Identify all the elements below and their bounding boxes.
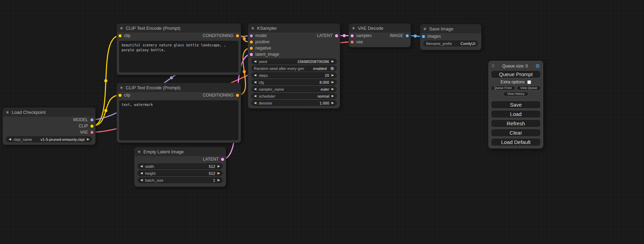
toggle-dot-icon[interactable] [330,67,334,70]
prev-value-arrow-icon[interactable]: ◀ [9,138,11,141]
slot-row: latent_image [248,51,340,57]
widget-ckpt-name[interactable]: ◀ ckpt_name v1-5-pruned-emaonly.ckpt ▶ [6,136,92,142]
node-clip-text-encode-negative[interactable]: CLIP Text Encode (Prompt) clip CONDITION… [117,83,241,143]
collapse-dot-icon[interactable] [423,27,426,30]
prev-value-arrow-icon[interactable]: ◀ [254,88,256,91]
widget-value: 1 [213,178,215,182]
input-slot-dot-model[interactable] [250,34,253,37]
output-slot-dot-vae[interactable] [90,131,94,134]
widget-scheduler[interactable]: ◀ scheduler normal ▶ [251,93,337,99]
node-title-bar[interactable]: KSampler [248,24,340,33]
widget-batch-size[interactable]: ◀ batch_size 1 ▶ [138,177,223,183]
decrement-arrow-icon[interactable]: ◀ [254,101,256,105]
node-save-image[interactable]: Save Image images filename_prefix ComfyU… [420,24,481,50]
output-slot-dot-latent[interactable] [221,158,224,161]
input-slot-dot-clip[interactable] [118,94,122,97]
decrement-arrow-icon[interactable]: ◀ [140,179,143,182]
widget-filename-prefix[interactable]: filename_prefix ComfyUI [423,40,478,46]
widget-sampler-name[interactable]: ◀ sampler_name euler ▶ [251,86,337,92]
node-vae-decode[interactable]: VAE Decode samples IMAGE vae [349,24,411,47]
refresh-button[interactable]: Refresh [491,119,541,127]
node-load-checkpoint[interactable]: Load Checkpoint MODEL CLIP VAE ◀ ckpt_na… [3,108,95,145]
node-ksampler[interactable]: KSampler model LATENT positive negative … [248,24,340,108]
collapse-dot-icon[interactable] [352,27,355,30]
next-value-arrow-icon[interactable]: ▶ [87,138,89,141]
next-value-arrow-icon[interactable]: ▶ [332,94,334,98]
drag-handle-icon[interactable]: ⠿ [492,64,495,69]
increment-arrow-icon[interactable]: ▶ [332,101,334,105]
decrement-arrow-icon[interactable]: ◀ [254,81,256,84]
collapse-dot-icon[interactable] [120,27,123,30]
view-queue-button[interactable]: View Queue [517,86,541,90]
node-title-bar[interactable]: CLIP Text Encode (Prompt) [117,24,241,33]
output-slot: CLIP [79,124,94,128]
widget-value: euler [321,87,329,91]
decrement-arrow-icon[interactable]: ◀ [140,165,143,168]
settings-gear-icon[interactable]: ⚙ [536,63,540,69]
increment-arrow-icon[interactable]: ▶ [332,60,334,63]
comfyui-canvas[interactable]: { "colors": { "model": "#B39DDB", "clip"… [0,0,644,244]
view-history-button[interactable]: View History [503,92,528,96]
node-title-bar[interactable]: Load Checkpoint [3,108,95,117]
node-title-bar[interactable]: Save Image [420,24,481,33]
increment-arrow-icon[interactable]: ▶ [332,81,334,84]
output-slot-dot-image[interactable] [406,34,409,37]
input-slot-dot-vae[interactable] [351,40,354,44]
node-title: Save Image [429,26,453,31]
output-slot-label: CLIP [79,124,88,128]
input-slot-dot-negative[interactable] [250,47,253,50]
clear-button[interactable]: Clear [491,129,541,137]
input-slot-dot-clip[interactable] [118,34,122,37]
increment-arrow-icon[interactable]: ▶ [218,179,220,182]
decrement-arrow-icon[interactable]: ◀ [254,60,256,63]
widget-seed[interactable]: ◀ seed 156680208700286 ▶ [251,58,337,64]
widget-value: v1-5-pruned-emaonly.ckpt [41,137,85,142]
output-slot-label: LATENT [203,157,219,162]
widget-denoise[interactable]: ◀ denoise 1.000 ▶ [251,100,337,106]
decrement-arrow-icon[interactable]: ◀ [140,172,143,175]
prompt-textarea[interactable]: text, watermark [119,100,238,140]
collapse-dot-icon[interactable] [6,111,9,114]
input-slot-dot-samples[interactable] [351,34,354,37]
input-slot-dot-images[interactable] [422,35,425,38]
increment-arrow-icon[interactable]: ▶ [218,172,220,175]
decrement-arrow-icon[interactable]: ◀ [254,74,256,77]
widget-width[interactable]: ◀ width 512 ▶ [138,163,223,169]
node-title-bar[interactable]: VAE Decode [349,24,411,33]
node-empty-latent-image[interactable]: Empty Latent Image LATENT ◀ width 512 ▶ … [134,147,226,187]
input-slot: vae [351,39,363,44]
collapse-dot-icon[interactable] [138,150,141,153]
widget-random-seed-toggle[interactable]: Random seed after every gen enabled [251,65,337,71]
widget-value: 1.000 [320,101,329,105]
prompt-textarea[interactable]: beautiful scenery nature glass bottle la… [119,41,238,72]
output-slot-dot-latent[interactable] [335,34,338,37]
queue-front-button[interactable]: Queue Front [491,86,515,90]
node-clip-text-encode-positive[interactable]: CLIP Text Encode (Prompt) clip CONDITION… [117,24,241,75]
next-value-arrow-icon[interactable]: ▶ [332,88,334,91]
output-slot-dot-clip[interactable] [90,125,94,128]
node-title-bar[interactable]: Empty Latent Image [134,147,226,156]
menu-header: ⠿ Queue size: 0 ⚙ [491,63,541,69]
load-button[interactable]: Load [491,110,541,118]
widget-height[interactable]: ◀ height 512 ▶ [138,170,223,176]
collapse-dot-icon[interactable] [251,27,254,30]
load-default-button[interactable]: Load Default [491,138,541,146]
input-slot-dot-latent-image[interactable] [250,53,253,56]
input-slot-label: clip [124,93,130,98]
output-slot-dot-model[interactable] [90,118,94,121]
queue-buttons-row: Queue Front View Queue [491,86,541,90]
output-slot-label: CONDITIONING [203,93,233,98]
widget-steps[interactable]: ◀ steps 20 ▶ [251,72,337,78]
output-slot-dot-conditioning[interactable] [236,34,239,37]
output-slot-dot-conditioning[interactable] [236,94,239,97]
prev-value-arrow-icon[interactable]: ◀ [254,94,256,98]
collapse-dot-icon[interactable] [120,86,123,89]
increment-arrow-icon[interactable]: ▶ [218,165,220,168]
queue-prompt-button[interactable]: Queue Prompt [491,70,541,78]
extra-options-checkbox[interactable] [527,80,531,84]
node-title-bar[interactable]: CLIP Text Encode (Prompt) [117,83,241,92]
widget-cfg[interactable]: ◀ cfg 8.000 ▶ [251,79,337,85]
save-button[interactable]: Save [491,101,541,109]
increment-arrow-icon[interactable]: ▶ [332,74,334,77]
input-slot-dot-positive[interactable] [250,40,253,44]
